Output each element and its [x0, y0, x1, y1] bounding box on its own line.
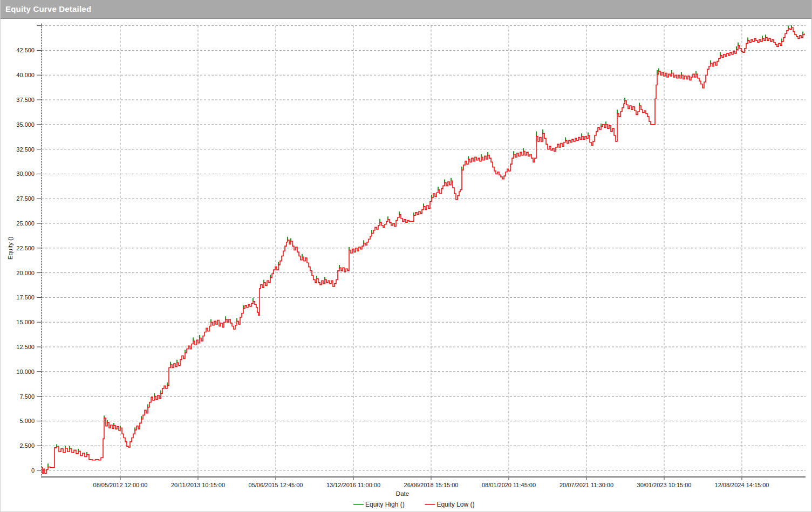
y-tick-label: 37.500	[16, 97, 35, 103]
x-axis-title: Date	[396, 490, 409, 497]
x-tick-label: 20/11/2013 10:15:00	[171, 482, 225, 488]
window-title: Equity Curve Detailed	[1, 4, 91, 13]
equity-curve-window: Equity Curve Detailed 02.5005.0007.50010…	[0, 0, 812, 512]
equity-chart-canvas: 02.5005.0007.50010.00012.50015.00017.500…	[1, 0, 812, 512]
y-tick-label: 42.500	[16, 47, 35, 53]
x-tick-label: 12/08/2024 14:15:00	[715, 482, 769, 488]
series-equity-high	[48, 25, 803, 468]
y-tick-label: 0	[31, 467, 35, 474]
y-tick-label: 27.500	[16, 195, 35, 202]
y-tick-label: 40.000	[16, 72, 35, 78]
x-tick-label: 20/07/2021 11:30:00	[559, 482, 613, 488]
y-tick-label: 12.500	[16, 344, 35, 350]
x-tick-label: 08/05/2012 12:00:00	[93, 482, 148, 488]
y-tick-label: 25.000	[16, 220, 35, 227]
x-tick-label: 26/06/2018 15:15:00	[404, 482, 459, 488]
y-tick-label: 17.500	[16, 294, 35, 301]
grid	[37, 26, 806, 480]
y-tick-label: 30.000	[16, 170, 35, 177]
y-tick-label: 22.500	[16, 245, 35, 251]
y-tick-label: 7.500	[19, 393, 35, 400]
window-title-bar[interactable]: Equity Curve Detailed	[1, 0, 811, 19]
legend-label-1: Equity Low ()	[436, 501, 474, 508]
series-equity-low	[42, 28, 804, 473]
y-tick-label: 35.000	[16, 121, 35, 128]
x-tick-label: 08/01/2020 11:45:00	[482, 482, 536, 488]
x-tick-label: 30/01/2023 10:15:00	[637, 482, 692, 488]
y-tick-label: 32.500	[16, 146, 35, 153]
y-tick-label: 15.000	[16, 319, 35, 325]
y-tick-label: 20.000	[16, 270, 35, 276]
x-tick-label: 13/12/2016 11:00:00	[326, 482, 380, 488]
y-tick-label: 5.000	[19, 418, 35, 424]
y-tick-label: 2.500	[19, 442, 35, 449]
x-tick-label: 05/06/2015 12:45:00	[249, 482, 303, 488]
legend-label-0: Equity High ()	[365, 501, 405, 508]
y-tick-label: 10.000	[16, 368, 35, 375]
legend: Equity High ()Equity Low ()	[353, 501, 474, 508]
y-axis-title: Equity ()	[7, 236, 13, 260]
